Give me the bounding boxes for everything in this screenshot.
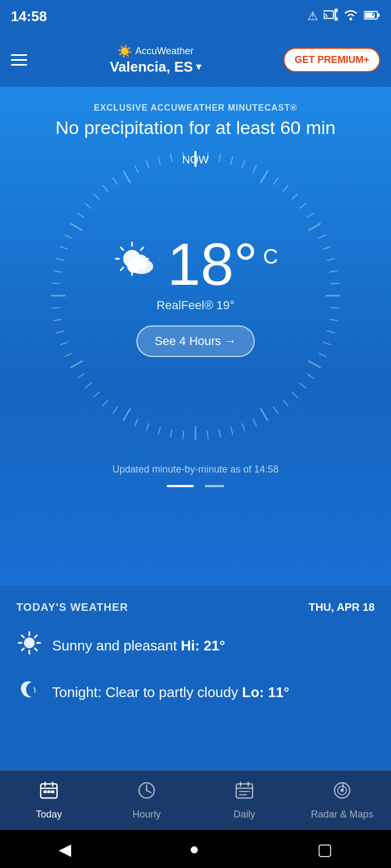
- svg-line-34: [307, 374, 313, 378]
- svg-line-19: [300, 203, 306, 208]
- svg-rect-107: [43, 790, 47, 793]
- dot-inactive: [205, 485, 224, 487]
- svg-line-80: [183, 152, 184, 160]
- nav-today[interactable]: Today: [0, 781, 98, 820]
- accuweather-logo: ☀️ AccuWeather: [117, 44, 194, 59]
- updated-text: Updated minute-by-minute as of 14:58: [112, 464, 279, 475]
- temp-unit: C: [263, 245, 278, 269]
- recents-button[interactable]: ▢: [317, 840, 332, 859]
- nav-daily[interactable]: Daily: [195, 781, 293, 820]
- svg-line-17: [283, 186, 288, 192]
- day-high: Hi: 21°: [181, 637, 225, 654]
- battery-icon: [364, 9, 380, 23]
- partly-cloudy-icon: [113, 238, 162, 290]
- page-dots: [167, 485, 224, 487]
- svg-line-33: [309, 361, 320, 368]
- svg-line-49: [146, 424, 149, 431]
- svg-line-51: [124, 409, 130, 420]
- svg-line-78: [158, 157, 160, 164]
- svg-line-58: [65, 353, 72, 356]
- svg-line-14: [253, 165, 256, 173]
- svg-line-99: [22, 635, 24, 637]
- svg-rect-108: [47, 790, 51, 793]
- svg-line-41: [242, 424, 245, 431]
- svg-line-74: [113, 178, 117, 184]
- svg-line-21: [309, 224, 320, 231]
- svg-line-61: [54, 320, 61, 321]
- svg-line-44: [207, 431, 208, 439]
- night-low: Lo: 11°: [242, 684, 289, 700]
- svg-line-67: [60, 246, 67, 249]
- radar-label: Radar & Maps: [311, 809, 373, 820]
- gauge-center-content: 18° C RealFeel® 19° See 4 Hours →: [113, 234, 278, 357]
- svg-line-54: [94, 392, 99, 397]
- day-weather-row: Sunny and pleasant Hi: 21°: [16, 630, 375, 661]
- back-button[interactable]: ◀: [59, 840, 71, 859]
- hourly-label: Hourly: [133, 809, 161, 820]
- svg-line-76: [135, 165, 138, 173]
- svg-line-38: [274, 407, 278, 413]
- moon-icon: [16, 676, 42, 708]
- svg-line-71: [85, 203, 91, 208]
- svg-rect-2: [336, 12, 338, 17]
- svg-line-39: [261, 409, 268, 420]
- svg-line-11: [219, 154, 220, 162]
- svg-line-87: [121, 247, 123, 250]
- realfeel-text: RealFeel® 19°: [156, 298, 235, 312]
- bottom-nav: Today Hourly Daily: [0, 770, 391, 830]
- svg-line-20: [307, 213, 313, 218]
- radar-icon: [332, 781, 352, 805]
- menu-button[interactable]: [11, 54, 27, 66]
- svg-line-23: [324, 246, 331, 249]
- svg-point-93: [133, 254, 148, 270]
- svg-line-60: [56, 331, 64, 333]
- svg-line-12: [231, 157, 233, 164]
- svg-line-18: [292, 194, 297, 200]
- svg-line-89: [141, 247, 143, 250]
- svg-line-57: [71, 361, 83, 368]
- svg-line-31: [324, 342, 331, 345]
- sunny-icon: [16, 630, 42, 661]
- svg-line-16: [274, 178, 278, 184]
- status-icons: ⚠: [307, 9, 380, 24]
- location-selector[interactable]: Valencia, ES ▾: [110, 59, 201, 75]
- android-nav-bar: ◀ ● ▢: [0, 830, 391, 868]
- svg-line-101: [35, 635, 37, 637]
- svg-line-10: [207, 152, 208, 160]
- svg-line-13: [242, 161, 245, 168]
- daily-label: Daily: [234, 809, 255, 820]
- svg-line-24: [327, 258, 335, 260]
- temperature-value: 18°: [167, 234, 257, 294]
- svg-line-69: [71, 224, 83, 231]
- svg-line-48: [158, 427, 160, 435]
- svg-point-94: [24, 637, 35, 648]
- svg-line-28: [331, 308, 339, 308]
- chevron-down-icon: ▾: [196, 61, 201, 73]
- premium-button[interactable]: GET PREMIUM+: [283, 48, 380, 72]
- svg-line-102: [22, 648, 24, 650]
- menu-line-2: [11, 59, 27, 61]
- svg-line-66: [56, 258, 64, 260]
- todays-weather-header: TODAY'S WEATHER THU, APR 18: [16, 601, 375, 614]
- svg-line-68: [65, 235, 72, 238]
- svg-line-52: [113, 407, 117, 413]
- nav-hourly[interactable]: Hourly: [98, 781, 195, 820]
- menu-line-3: [11, 64, 27, 66]
- svg-line-77: [146, 161, 149, 168]
- svg-line-79: [171, 154, 172, 162]
- svg-line-29: [330, 320, 337, 321]
- home-button[interactable]: ●: [189, 840, 199, 858]
- svg-line-72: [94, 194, 99, 200]
- hourly-icon: [137, 781, 156, 805]
- svg-line-25: [330, 271, 337, 272]
- see-hours-button[interactable]: See 4 Hours →: [136, 326, 255, 357]
- nav-radar[interactable]: Radar & Maps: [293, 781, 391, 820]
- no-precip-message: No precipitation for at least 60 min: [34, 117, 357, 138]
- svg-line-62: [52, 308, 60, 308]
- day-forecast-desc: Sunny and pleasant: [52, 637, 177, 654]
- svg-line-35: [300, 383, 306, 388]
- svg-line-70: [78, 213, 84, 218]
- status-time: 14:58: [11, 8, 47, 25]
- night-forecast-desc: Tonight: Clear to partly cloudy: [52, 684, 238, 700]
- svg-line-47: [171, 430, 172, 437]
